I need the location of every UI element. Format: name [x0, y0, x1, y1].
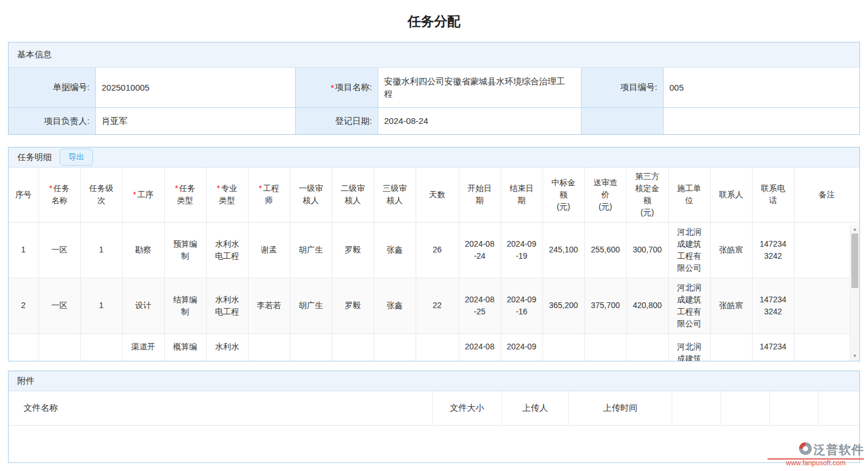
cell: 2024-09 [501, 333, 542, 361]
attachments-table-header: 文件名称 文件大小 上传人 上传时间 [9, 391, 859, 426]
task-detail-header: 任务明细 导出 [9, 147, 859, 168]
task-detail-panel: 任务明细 导出 序号 *任务 名称 任务级 次 *工序 *任务 类型 *专业 类… [8, 147, 860, 361]
cell: 255,600 [584, 222, 626, 278]
attachments-header: 附件 [9, 371, 859, 391]
header-cell: 一级审 核人 [290, 168, 332, 222]
cell: 张皓宸 [710, 222, 752, 278]
cell: 2024-08 -24 [459, 222, 501, 278]
cell: 2024-09 -19 [501, 222, 542, 278]
required-asterisk: * [331, 83, 334, 92]
task-row: 1 一区 1 勘察 预算编 制 水利水 电工程 谢孟 胡广生 罗毅 张鑫 26 … [9, 222, 859, 278]
header-cell: 中标金 额 (元) [542, 168, 584, 222]
attachments-title: 附件 [17, 376, 34, 387]
task-table-container: 序号 *任务 名称 任务级 次 *工序 *任务 类型 *专业 类型 *工程 师 … [9, 168, 859, 361]
cell: 300,700 [626, 222, 668, 278]
header-cell: 序号 [9, 168, 38, 222]
basic-info-title: 基本信息 [17, 49, 52, 60]
header-cell: 三级审 核人 [374, 168, 416, 222]
reg-date-label: 登记日期: [296, 108, 378, 134]
cell: 147234 3242 [752, 222, 794, 278]
cell: 渠道开 [122, 333, 164, 361]
cell: 结算编 制 [164, 278, 206, 333]
export-button[interactable]: 导出 [60, 149, 93, 166]
scroll-up-arrow-icon[interactable]: ▲ [850, 225, 859, 233]
scrollbar-thumb[interactable] [851, 233, 858, 288]
cell [290, 333, 332, 361]
basic-info-grid: 单据编号: 2025010005 *项目名称: 安徽水利四公司安徽省蒙城县水环境… [9, 68, 859, 134]
vendor-logo-icon [799, 442, 812, 458]
file-name-header: 文件名称 [9, 391, 433, 425]
empty-header-cell [770, 391, 819, 425]
cell [710, 333, 752, 361]
manager-label: 项目负责人: [9, 108, 96, 134]
attachments-panel: 附件 文件名称 文件大小 上传人 上传时间 [8, 371, 860, 463]
cell [332, 333, 374, 361]
reg-date-value: 2024-08-24 [378, 108, 582, 134]
cell: 河北润 成建筑 工程有 限公司 [668, 278, 710, 333]
cell: 一区 [38, 222, 80, 278]
required-asterisk: * [175, 184, 178, 193]
task-row-partial: 渠道开 概算编 水利水 2024-08 2024-09 河北润 成建筑 1472… [9, 333, 859, 361]
header-cell: *工序 [122, 168, 164, 222]
cell [38, 333, 80, 361]
project-no-value: 005 [664, 68, 859, 108]
scroll-down-arrow-icon[interactable]: ▼ [850, 352, 859, 360]
cell: 胡广生 [290, 278, 332, 333]
manager-value: 肖亚军 [96, 108, 296, 134]
cell: 2024-08 [459, 333, 501, 361]
required-asterisk: * [259, 184, 262, 193]
cell: 水利水 [206, 333, 248, 361]
basic-info-header: 基本信息 [9, 42, 859, 68]
basic-info-panel: 基本信息 单据编号: 2025010005 *项目名称: 安徽水利四公司安徽省蒙… [8, 42, 860, 135]
attachments-empty-area [9, 426, 859, 462]
header-cell: *专业 类型 [206, 168, 248, 222]
cell: 谢孟 [248, 222, 290, 278]
header-cell: 联系人 [710, 168, 752, 222]
cell: 147234 [752, 333, 794, 361]
required-asterisk: * [133, 190, 136, 199]
cell: 水利水 电工程 [206, 278, 248, 333]
header-cell: 二级审 核人 [332, 168, 374, 222]
cell: 1 [80, 222, 122, 278]
cell: 张鑫 [374, 278, 416, 333]
cell [416, 333, 459, 361]
cell: 河北润 成建筑 工程有 限公司 [668, 222, 710, 278]
header-cell: 第三方 核定金 额 (元) [626, 168, 668, 222]
empty-header-cell [721, 391, 770, 425]
cell: 1 [9, 222, 38, 278]
header-cell: 开始日 期 [459, 168, 501, 222]
vendor-watermark: 泛普软件 www.fanpusoft.com [768, 442, 864, 467]
header-cell: 联系电 话 [752, 168, 794, 222]
cell: 预算编 制 [164, 222, 206, 278]
cell: 水利水 电工程 [206, 222, 248, 278]
cell: 罗毅 [332, 222, 374, 278]
page-title: 任务分配 [0, 0, 868, 42]
empty-header-cell [819, 391, 859, 425]
cell: 勘察 [122, 222, 164, 278]
vendor-url: www.fanpusoft.com [768, 459, 864, 467]
required-asterisk: * [217, 184, 220, 193]
cell: 张皓宸 [710, 278, 752, 333]
file-size-header: 文件大小 [433, 391, 502, 425]
header-cell: 送审造 价 (元) [584, 168, 626, 222]
header-cell: 施工单 位 [668, 168, 710, 222]
cell: 胡广生 [290, 222, 332, 278]
header-cell: *工程 师 [248, 168, 290, 222]
cell: 一区 [38, 278, 80, 333]
header-cell: 备注 [794, 168, 859, 222]
task-header-row: 序号 *任务 名称 任务级 次 *工序 *任务 类型 *专业 类型 *工程 师 … [9, 168, 859, 222]
task-row: 2 一区 1 设计 结算编 制 水利水 电工程 李若若 胡广生 罗毅 张鑫 22… [9, 278, 859, 333]
cell [248, 333, 290, 361]
uploader-header: 上传人 [502, 391, 569, 425]
header-cell: *任务 名称 [38, 168, 80, 222]
cell: 375,700 [584, 278, 626, 333]
cell [374, 333, 416, 361]
vertical-scrollbar[interactable]: ▲ ▼ [850, 225, 859, 361]
cell: 147234 3242 [752, 278, 794, 333]
required-asterisk: * [49, 184, 52, 193]
task-detail-title: 任务明细 [17, 152, 52, 163]
cell: 概算编 [164, 333, 206, 361]
cell [626, 333, 668, 361]
cell: 365,200 [542, 278, 584, 333]
header-cell: *任务 类型 [164, 168, 206, 222]
